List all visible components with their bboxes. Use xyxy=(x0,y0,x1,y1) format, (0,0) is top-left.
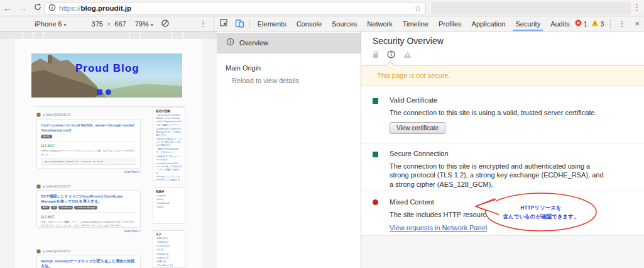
read-more-link[interactable]: Read More > xyxy=(36,170,141,174)
post-tag[interactable]: MySQL xyxy=(41,135,52,138)
tab-network[interactable]: Network xyxy=(362,16,397,31)
device-toolbar-menu-icon[interactable]: ⋮ xyxy=(199,19,207,28)
tag-link[interactable]: AWS (29) xyxy=(156,237,182,240)
device-toggle-icon[interactable] xyxy=(232,19,247,29)
bookmark-star-icon[interactable]: ☆ xyxy=(414,4,422,13)
section-title: Secure Connection xyxy=(390,150,640,157)
post-author[interactable]: kohei xyxy=(46,113,53,116)
post-byline: ✎ kohei @2016/11/07 xyxy=(36,184,141,189)
post-title-link[interactable]: Can't connect to local MySQL server thro… xyxy=(41,123,136,133)
blog-title: Proud Blog xyxy=(75,62,139,75)
tab-console[interactable]: Console xyxy=(292,16,327,31)
recent-post-link[interactable]: JAWS FESTA 2016に行ってきました！ xyxy=(156,148,182,154)
viewport-width-field[interactable]: 375 xyxy=(92,20,103,28)
divider xyxy=(361,143,644,143)
pen-icon: ✎ xyxy=(43,250,45,254)
devtools-close-icon[interactable]: × xyxy=(630,19,644,28)
inspect-element-icon[interactable] xyxy=(214,19,232,29)
reload-hint-label: Reload to view details xyxy=(232,77,299,84)
lock-icon xyxy=(372,50,379,61)
author-link[interactable]: proudcloud xyxy=(156,202,182,205)
warning-icon[interactable] xyxy=(591,20,599,28)
view-certificate-button[interactable]: View certificate xyxy=(390,122,445,134)
read-more-link[interactable]: Read More > xyxy=(36,230,141,233)
view-requests-link[interactable]: View requests in Network Panel xyxy=(390,224,487,232)
security-overview-pane: Security Overview This page is not secur… xyxy=(361,31,644,268)
devtools-menu-icon[interactable]: ⋮ xyxy=(613,19,630,28)
recent-post-link[interactable]: MySQL ibdataのデータサイズが肥大化した場合の対処方法。 xyxy=(156,138,182,147)
post-title-link[interactable]: S3で構築したサイトにCloudFrontとCertificate Manage… xyxy=(41,194,136,204)
tag-link[interactable]: lambda (1) xyxy=(156,253,182,256)
tag-link[interactable]: CircleCI (4) xyxy=(156,245,182,248)
tab-application[interactable]: Application xyxy=(467,16,511,31)
post-date: @2016/11/07 xyxy=(53,185,70,188)
error-icon[interactable] xyxy=(575,20,582,28)
tag-link[interactable]: S3 (6) xyxy=(156,248,182,252)
avatar xyxy=(36,113,41,117)
chevron-down-icon: ▾ xyxy=(151,22,153,28)
post-tag[interactable]: S3 xyxy=(51,206,57,209)
post-author[interactable]: kohei xyxy=(46,185,53,188)
post-title-link[interactable]: MySQL ibdataのデータサイズが肥大化した場合の対処方法。 xyxy=(41,259,136,268)
post-author[interactable]: kohei xyxy=(46,250,53,253)
throttling-icon[interactable] xyxy=(161,19,170,29)
tag-link[interactable]: cognito (3) xyxy=(156,257,182,260)
section-valid-certificate: Valid Certificate The connection to this… xyxy=(373,96,640,134)
insecure-status-icon xyxy=(373,199,378,205)
post-byline: ✎ kohei @2016/10/31 xyxy=(36,249,141,254)
tab-security[interactable]: Security xyxy=(510,16,545,31)
zoom-select[interactable]: 79% ▾ xyxy=(135,20,153,28)
post-tag[interactable]: AWS xyxy=(41,206,50,209)
tab-audits[interactable]: Audits xyxy=(545,16,575,31)
recent-post-link[interactable]: Can't connect to local MySQL server thro… xyxy=(156,114,182,123)
browser-toolbar: ← → https://blog.proudit.jp ☆ ⋮ xyxy=(0,0,644,16)
authors-widget: 投稿者 suguma kohei proudcloud ayako xyxy=(153,187,185,224)
viewport-height-field[interactable]: 667 xyxy=(114,20,126,28)
device-emulation-area: Proud Blog ✎ kohei @2016/11/14 Can't con… xyxy=(0,39,217,268)
social-icon[interactable] xyxy=(106,89,111,95)
tag-link[interactable]: WAF (3) xyxy=(156,260,182,264)
site-info-icon[interactable] xyxy=(48,3,56,14)
pen-icon: ✎ xyxy=(43,113,45,117)
author-link[interactable]: kohei xyxy=(156,198,182,201)
back-icon[interactable]: ← xyxy=(0,3,15,13)
recent-post-link[interactable]: ansibleのroute53モジュールを使ってRoute53にゾーン情報を登録… xyxy=(156,162,182,176)
post-tag[interactable]: CloudFront xyxy=(58,206,73,209)
tag-link[interactable]: CloudFront (5) xyxy=(156,264,182,267)
panel-footer-area xyxy=(361,236,644,268)
tag-link[interactable]: GitHub (5) xyxy=(156,241,182,244)
browser-menu-icon[interactable]: ⋮ xyxy=(633,3,641,12)
section-title: Valid Certificate xyxy=(390,96,640,104)
recent-post-link[interactable]: AWS EC2で使ったツールの紹介。 xyxy=(156,155,182,162)
section-description: The connection to this site is encrypted… xyxy=(390,162,606,189)
security-sidebar: Overview Main Origin Reload to view deta… xyxy=(217,31,361,268)
sidebar-item-label: Overview xyxy=(239,39,268,47)
pen-icon: ✎ xyxy=(43,185,45,189)
info-icon-selected[interactable] xyxy=(387,50,395,61)
post-heading: はじめに xyxy=(41,141,136,148)
recent-post-link[interactable]: S3で構築したサイトにCloudFrontとCertificate Manage… xyxy=(156,124,182,137)
page-title: Security Overview xyxy=(373,36,444,46)
tab-timeline[interactable]: Timeline xyxy=(398,16,434,31)
social-icon[interactable] xyxy=(97,89,102,95)
tags-widget: タグ AWS (29) GitHub (5) CircleCI (4) S3 (… xyxy=(153,230,185,268)
tab-sources[interactable]: Sources xyxy=(327,16,362,31)
avatar xyxy=(36,249,41,254)
blog-header-image: Proud Blog xyxy=(31,53,182,98)
tab-profiles[interactable]: Profiles xyxy=(434,16,467,31)
security-summary-banner: This page is not secure. xyxy=(361,65,644,86)
post-tag[interactable]: Certificate Manager xyxy=(74,206,97,209)
sidebar-item-overview[interactable]: Overview xyxy=(217,33,361,53)
tab-elements[interactable]: Elements xyxy=(253,16,292,31)
section-description: The connection to this site is using a v… xyxy=(390,108,606,117)
device-select[interactable]: iPhone 6 ▾ xyxy=(35,20,67,28)
reload-icon[interactable] xyxy=(30,3,45,13)
device-mode-ruler xyxy=(0,31,217,39)
forward-icon[interactable]: → xyxy=(15,3,30,13)
url-bar[interactable]: https://blog.proudit.jp ☆ xyxy=(44,2,426,14)
recent-post-link[interactable]: Linuxをシングルユーザーモードで起動する xyxy=(156,176,182,181)
section-mixed-content: Mixed Content The site includes HTTP res… xyxy=(373,198,640,233)
author-link[interactable]: ayako xyxy=(156,206,182,209)
author-link[interactable]: suguma xyxy=(156,194,182,198)
emulated-page-viewport[interactable]: Proud Blog ✎ kohei @2016/11/14 Can't con… xyxy=(15,39,202,268)
